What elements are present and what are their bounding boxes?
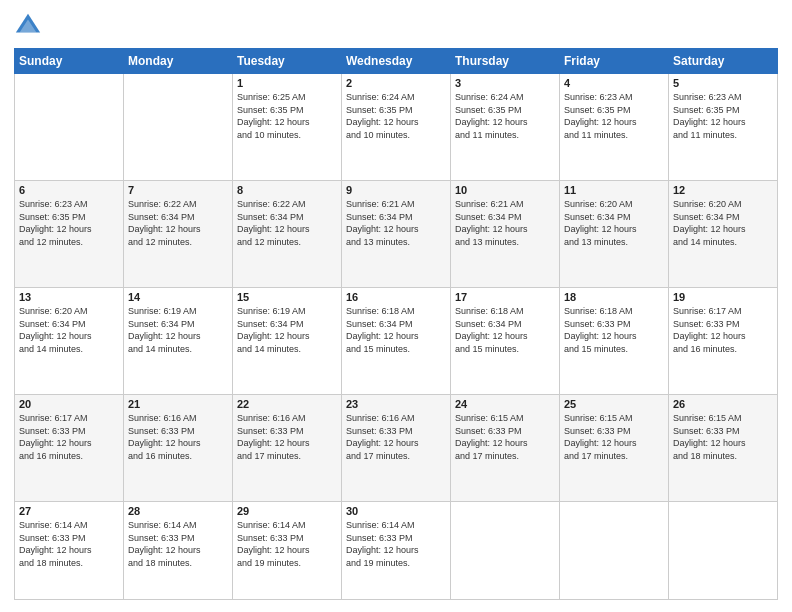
day-number: 20 — [19, 398, 119, 410]
day-number: 10 — [455, 184, 555, 196]
day-number: 25 — [564, 398, 664, 410]
day-number: 27 — [19, 505, 119, 517]
day-number: 8 — [237, 184, 337, 196]
calendar-header-tuesday: Tuesday — [233, 49, 342, 74]
calendar-cell: 26Sunrise: 6:15 AM Sunset: 6:33 PM Dayli… — [669, 395, 778, 502]
calendar-table: SundayMondayTuesdayWednesdayThursdayFrid… — [14, 48, 778, 600]
day-info: Sunrise: 6:20 AM Sunset: 6:34 PM Dayligh… — [564, 198, 664, 248]
calendar-header-saturday: Saturday — [669, 49, 778, 74]
calendar-cell: 24Sunrise: 6:15 AM Sunset: 6:33 PM Dayli… — [451, 395, 560, 502]
day-info: Sunrise: 6:14 AM Sunset: 6:33 PM Dayligh… — [128, 519, 228, 569]
calendar-cell: 19Sunrise: 6:17 AM Sunset: 6:33 PM Dayli… — [669, 288, 778, 395]
calendar-cell: 3Sunrise: 6:24 AM Sunset: 6:35 PM Daylig… — [451, 74, 560, 181]
day-number: 16 — [346, 291, 446, 303]
day-info: Sunrise: 6:24 AM Sunset: 6:35 PM Dayligh… — [346, 91, 446, 141]
day-info: Sunrise: 6:23 AM Sunset: 6:35 PM Dayligh… — [673, 91, 773, 141]
day-number: 22 — [237, 398, 337, 410]
day-number: 30 — [346, 505, 446, 517]
day-info: Sunrise: 6:15 AM Sunset: 6:33 PM Dayligh… — [455, 412, 555, 462]
calendar-cell: 27Sunrise: 6:14 AM Sunset: 6:33 PM Dayli… — [15, 502, 124, 600]
calendar-cell: 7Sunrise: 6:22 AM Sunset: 6:34 PM Daylig… — [124, 181, 233, 288]
day-info: Sunrise: 6:22 AM Sunset: 6:34 PM Dayligh… — [128, 198, 228, 248]
day-info: Sunrise: 6:19 AM Sunset: 6:34 PM Dayligh… — [128, 305, 228, 355]
calendar-cell: 15Sunrise: 6:19 AM Sunset: 6:34 PM Dayli… — [233, 288, 342, 395]
calendar-week-4: 20Sunrise: 6:17 AM Sunset: 6:33 PM Dayli… — [15, 395, 778, 502]
calendar-cell: 2Sunrise: 6:24 AM Sunset: 6:35 PM Daylig… — [342, 74, 451, 181]
day-info: Sunrise: 6:17 AM Sunset: 6:33 PM Dayligh… — [673, 305, 773, 355]
calendar-cell — [669, 502, 778, 600]
day-info: Sunrise: 6:21 AM Sunset: 6:34 PM Dayligh… — [346, 198, 446, 248]
day-info: Sunrise: 6:14 AM Sunset: 6:33 PM Dayligh… — [346, 519, 446, 569]
calendar-header-monday: Monday — [124, 49, 233, 74]
calendar-cell: 9Sunrise: 6:21 AM Sunset: 6:34 PM Daylig… — [342, 181, 451, 288]
calendar-header-wednesday: Wednesday — [342, 49, 451, 74]
day-number: 29 — [237, 505, 337, 517]
day-info: Sunrise: 6:19 AM Sunset: 6:34 PM Dayligh… — [237, 305, 337, 355]
day-info: Sunrise: 6:25 AM Sunset: 6:35 PM Dayligh… — [237, 91, 337, 141]
calendar-cell: 30Sunrise: 6:14 AM Sunset: 6:33 PM Dayli… — [342, 502, 451, 600]
day-number: 2 — [346, 77, 446, 89]
day-info: Sunrise: 6:21 AM Sunset: 6:34 PM Dayligh… — [455, 198, 555, 248]
calendar-header-thursday: Thursday — [451, 49, 560, 74]
day-number: 19 — [673, 291, 773, 303]
day-info: Sunrise: 6:18 AM Sunset: 6:34 PM Dayligh… — [346, 305, 446, 355]
day-number: 6 — [19, 184, 119, 196]
day-info: Sunrise: 6:17 AM Sunset: 6:33 PM Dayligh… — [19, 412, 119, 462]
calendar-cell: 22Sunrise: 6:16 AM Sunset: 6:33 PM Dayli… — [233, 395, 342, 502]
day-info: Sunrise: 6:14 AM Sunset: 6:33 PM Dayligh… — [237, 519, 337, 569]
day-number: 5 — [673, 77, 773, 89]
day-number: 4 — [564, 77, 664, 89]
calendar-week-2: 6Sunrise: 6:23 AM Sunset: 6:35 PM Daylig… — [15, 181, 778, 288]
day-number: 14 — [128, 291, 228, 303]
logo-icon — [14, 12, 42, 40]
day-number: 15 — [237, 291, 337, 303]
calendar-week-5: 27Sunrise: 6:14 AM Sunset: 6:33 PM Dayli… — [15, 502, 778, 600]
calendar-cell: 4Sunrise: 6:23 AM Sunset: 6:35 PM Daylig… — [560, 74, 669, 181]
day-info: Sunrise: 6:16 AM Sunset: 6:33 PM Dayligh… — [237, 412, 337, 462]
day-info: Sunrise: 6:18 AM Sunset: 6:33 PM Dayligh… — [564, 305, 664, 355]
calendar-cell: 25Sunrise: 6:15 AM Sunset: 6:33 PM Dayli… — [560, 395, 669, 502]
day-number: 24 — [455, 398, 555, 410]
day-info: Sunrise: 6:23 AM Sunset: 6:35 PM Dayligh… — [564, 91, 664, 141]
calendar-cell: 6Sunrise: 6:23 AM Sunset: 6:35 PM Daylig… — [15, 181, 124, 288]
day-info: Sunrise: 6:22 AM Sunset: 6:34 PM Dayligh… — [237, 198, 337, 248]
calendar-cell: 16Sunrise: 6:18 AM Sunset: 6:34 PM Dayli… — [342, 288, 451, 395]
calendar-cell: 11Sunrise: 6:20 AM Sunset: 6:34 PM Dayli… — [560, 181, 669, 288]
day-info: Sunrise: 6:16 AM Sunset: 6:33 PM Dayligh… — [346, 412, 446, 462]
calendar-cell: 21Sunrise: 6:16 AM Sunset: 6:33 PM Dayli… — [124, 395, 233, 502]
calendar-cell: 20Sunrise: 6:17 AM Sunset: 6:33 PM Dayli… — [15, 395, 124, 502]
day-info: Sunrise: 6:18 AM Sunset: 6:34 PM Dayligh… — [455, 305, 555, 355]
day-number: 3 — [455, 77, 555, 89]
calendar-cell — [560, 502, 669, 600]
header — [14, 12, 778, 40]
day-number: 7 — [128, 184, 228, 196]
calendar-cell — [451, 502, 560, 600]
day-info: Sunrise: 6:15 AM Sunset: 6:33 PM Dayligh… — [673, 412, 773, 462]
calendar-header-row: SundayMondayTuesdayWednesdayThursdayFrid… — [15, 49, 778, 74]
day-number: 12 — [673, 184, 773, 196]
day-number: 17 — [455, 291, 555, 303]
calendar-cell: 12Sunrise: 6:20 AM Sunset: 6:34 PM Dayli… — [669, 181, 778, 288]
page: SundayMondayTuesdayWednesdayThursdayFrid… — [0, 0, 792, 612]
calendar-cell: 28Sunrise: 6:14 AM Sunset: 6:33 PM Dayli… — [124, 502, 233, 600]
logo — [14, 12, 46, 40]
calendar-cell: 1Sunrise: 6:25 AM Sunset: 6:35 PM Daylig… — [233, 74, 342, 181]
day-number: 13 — [19, 291, 119, 303]
calendar-header-sunday: Sunday — [15, 49, 124, 74]
day-info: Sunrise: 6:15 AM Sunset: 6:33 PM Dayligh… — [564, 412, 664, 462]
day-number: 11 — [564, 184, 664, 196]
calendar-cell: 29Sunrise: 6:14 AM Sunset: 6:33 PM Dayli… — [233, 502, 342, 600]
day-info: Sunrise: 6:24 AM Sunset: 6:35 PM Dayligh… — [455, 91, 555, 141]
day-number: 23 — [346, 398, 446, 410]
calendar-cell: 13Sunrise: 6:20 AM Sunset: 6:34 PM Dayli… — [15, 288, 124, 395]
day-info: Sunrise: 6:14 AM Sunset: 6:33 PM Dayligh… — [19, 519, 119, 569]
calendar-cell: 18Sunrise: 6:18 AM Sunset: 6:33 PM Dayli… — [560, 288, 669, 395]
day-number: 9 — [346, 184, 446, 196]
calendar-cell: 5Sunrise: 6:23 AM Sunset: 6:35 PM Daylig… — [669, 74, 778, 181]
calendar-cell: 10Sunrise: 6:21 AM Sunset: 6:34 PM Dayli… — [451, 181, 560, 288]
day-info: Sunrise: 6:23 AM Sunset: 6:35 PM Dayligh… — [19, 198, 119, 248]
calendar-cell: 14Sunrise: 6:19 AM Sunset: 6:34 PM Dayli… — [124, 288, 233, 395]
day-info: Sunrise: 6:20 AM Sunset: 6:34 PM Dayligh… — [673, 198, 773, 248]
calendar-week-3: 13Sunrise: 6:20 AM Sunset: 6:34 PM Dayli… — [15, 288, 778, 395]
calendar-cell: 23Sunrise: 6:16 AM Sunset: 6:33 PM Dayli… — [342, 395, 451, 502]
